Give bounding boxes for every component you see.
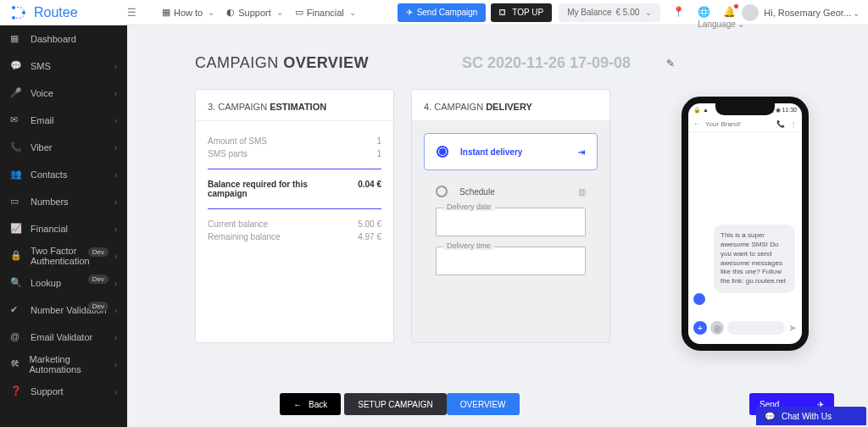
sidebar-item-2fa[interactable]: 🔒Two Factor AuthenticationDev›	[0, 242, 127, 269]
sidebar-item-dashboard[interactable]: ▦Dashboard	[0, 25, 127, 53]
edit-name-icon[interactable]: ✎	[666, 58, 675, 69]
notification-dot	[733, 3, 739, 9]
sidebar: ▦Dashboard 💬SMS› 🎤Voice› ✉Email› 📞Viber›…	[0, 25, 127, 427]
dev-badge: Dev	[88, 274, 108, 284]
sidebar-item-financial[interactable]: 📈Financial›	[0, 215, 127, 242]
main-content: CAMPAIGN OVERVIEW SC 2020-11-26 17-09-08…	[127, 25, 868, 427]
remaining-balance-label: Remaining balance	[208, 232, 281, 241]
user-avatar[interactable]	[742, 4, 759, 21]
phone-notch	[715, 103, 775, 115]
financial-icon: 📈	[10, 223, 22, 235]
phone-preview: 🔒 ▲✶ ▮ ▮ ◉ 11:30 ← Your Brand! 📞⋮ This i…	[682, 97, 809, 351]
sidebar-item-email-validator[interactable]: @Email Validator›	[0, 324, 127, 351]
chat-bubble-icon: 💬	[765, 412, 775, 421]
sidebar-item-sms[interactable]: 💬SMS›	[0, 53, 127, 80]
delivery-option-schedule[interactable]: Schedule ▥	[436, 186, 586, 197]
phone-message-bubble: This is a super awesome SMS! Do you want…	[714, 225, 795, 293]
sidebar-item-marketing-automations[interactable]: 🛠Marketing Automations›	[0, 351, 127, 378]
chevron-right-icon: ›	[114, 143, 117, 152]
radio-instant[interactable]	[437, 146, 448, 158]
location-icon[interactable]: 📍	[672, 6, 686, 19]
parts-label: SMS parts	[208, 149, 248, 158]
chevron-right-icon: ›	[114, 197, 117, 207]
composer-input	[727, 321, 785, 335]
sidebar-item-voice[interactable]: 🎤Voice›	[0, 80, 127, 107]
parts-value: 1	[376, 149, 381, 158]
financial-icon: ▭	[295, 7, 303, 18]
back-arrow-icon: ←	[693, 120, 700, 128]
phone-more-icon: ⋮	[790, 120, 797, 128]
delivery-option-instant[interactable]: Instant delivery ⇥	[424, 133, 598, 170]
chevron-right-icon: ›	[114, 306, 117, 315]
language-selector[interactable]: 🌐 Language	[698, 6, 711, 19]
campaign-name: SC 2020-11-26 17-09-08	[462, 54, 631, 72]
sidebar-item-numbers[interactable]: ▭Numbers›	[0, 188, 127, 215]
numbers-icon: ▭	[10, 196, 22, 208]
delivery-time-input[interactable]: Delivery time	[436, 247, 586, 275]
topnav-howto[interactable]: ▦How to	[162, 7, 214, 18]
chevron-right-icon: ›	[114, 252, 117, 261]
step-setup-campaign[interactable]: SETUP CAMPAIGN	[344, 393, 447, 415]
voice-icon: 🎤	[10, 87, 22, 99]
phone-brand-label: Your Brand!	[705, 120, 741, 128]
topnav-financial[interactable]: ▭Financial	[295, 7, 356, 18]
sidebar-item-lookup[interactable]: 🔍LookupDev›	[0, 269, 127, 297]
required-label: Balance required for this campaign	[208, 180, 309, 198]
brand-name: Routee	[34, 5, 78, 20]
top-up-button[interactable]: ⛋ TOP UP	[491, 3, 552, 22]
sidebar-item-contacts[interactable]: 👥Contacts›	[0, 161, 127, 188]
chevron-right-icon: ›	[114, 170, 117, 180]
current-balance-label: Current balance	[208, 219, 268, 229]
balance-dropdown[interactable]: My Balance € 5.00	[559, 3, 660, 22]
brand-logo[interactable]: Routee	[8, 3, 127, 23]
back-button[interactable]: ← Back	[280, 393, 341, 415]
send-campaign-button[interactable]: ✈ Send Campaign	[398, 3, 487, 22]
required-value: 0.04 €	[358, 180, 381, 198]
howto-icon: ▦	[162, 7, 170, 18]
chevron-right-icon: ›	[114, 89, 117, 98]
lock-icon: 🔒	[10, 250, 22, 262]
phone-call-icon: 📞	[776, 120, 785, 128]
notification-bell-icon[interactable]: 🔔	[723, 6, 737, 19]
estimation-heading: 3. CAMPAIGN ESTIMATION	[196, 90, 393, 121]
lookup-icon: 🔍	[10, 277, 22, 289]
topbar: Routee ☰ ▦How to ◐Support ▭Financial ✈ S…	[0, 0, 868, 25]
topbar-icons: 📍 🌐 Language 🔔	[672, 6, 737, 19]
chevron-right-icon: ›	[114, 387, 117, 396]
chevron-right-icon: ›	[114, 225, 117, 234]
chat-widget[interactable]: 💬 Chat With Us	[756, 407, 866, 425]
hamburger-icon[interactable]: ☰	[127, 7, 136, 19]
send-icon: ✈	[406, 8, 413, 17]
dashboard-icon: ▦	[10, 33, 22, 45]
dev-badge: Dev	[88, 302, 108, 311]
chevron-right-icon: ›	[114, 279, 117, 288]
chevron-right-icon: ›	[114, 333, 117, 342]
composer-camera-icon: ◎	[710, 321, 724, 335]
automation-icon: 🛠	[10, 358, 21, 370]
chevron-right-icon: ›	[114, 116, 117, 125]
support-icon: ◐	[226, 7, 235, 18]
sidebar-item-email[interactable]: ✉Email›	[0, 107, 127, 134]
brand-mark-icon	[8, 3, 29, 23]
dev-badge: Dev	[88, 247, 108, 257]
phone-chat-avatar	[693, 293, 705, 305]
delivery-date-input[interactable]: Delivery date	[436, 208, 586, 236]
contacts-icon: 👥	[10, 169, 22, 180]
delivery-heading: 4. CAMPAIGN DELIVERY	[412, 90, 609, 121]
support-icon: ❓	[10, 385, 22, 397]
radio-schedule[interactable]	[436, 186, 448, 197]
sidebar-item-support[interactable]: ❓Support›	[0, 378, 127, 405]
sidebar-item-number-validation[interactable]: ✔Number ValidationDev›	[0, 297, 127, 324]
delivery-card: 4. CAMPAIGN DELIVERY Instant delivery ⇥ …	[411, 89, 610, 343]
step-overview[interactable]: OVERVIEW	[447, 393, 520, 415]
topnav-support[interactable]: ◐Support	[226, 7, 283, 18]
composer-send-icon: ➤	[788, 322, 797, 334]
amount-label: Amount of SMS	[208, 136, 267, 146]
instant-icon: ⇥	[578, 147, 585, 157]
estimation-card: 3. CAMPAIGN ESTIMATION Amount of SMS1 SM…	[195, 89, 394, 343]
phone-composer: + ◎ ➤	[693, 319, 797, 337]
sidebar-item-viber[interactable]: 📞Viber›	[0, 134, 127, 161]
sms-icon: 💬	[10, 60, 22, 72]
viber-icon: 📞	[10, 141, 22, 153]
user-menu[interactable]: Hi, Rosemary Geor...	[764, 8, 860, 18]
